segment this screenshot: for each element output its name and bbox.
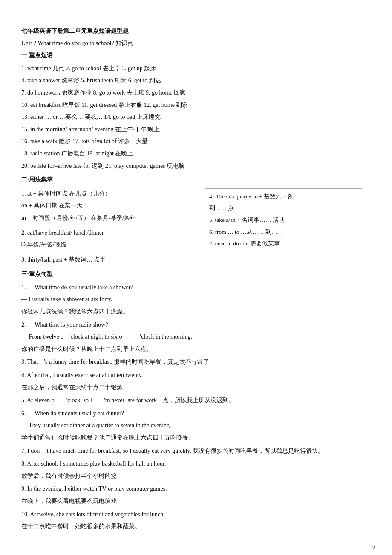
- sentence-9-num: 9.: [21, 486, 26, 492]
- vocab-item-3: 7. do homework 做家庭作业 8. go to work 去上班 9…: [21, 87, 371, 99]
- sentence-2-text1: — What time is your radio show?: [27, 322, 108, 328]
- sentence-10-cn: 在十二点吃中餐时，她吃很多的水果和蔬菜。: [21, 521, 371, 532]
- section3-header: 三·重点句型: [21, 269, 371, 280]
- sentence-8: 8. After school, I sometimes play basket…: [21, 458, 371, 482]
- sentence-1-num: 1.: [21, 284, 26, 290]
- sentence-8-text1: After school, I sometimes play basketbal…: [27, 460, 166, 467]
- sentence-7-text1: I don 't have much time for breakfast, s…: [27, 448, 324, 454]
- sentence-4-text1: After that, I usually exercise at about …: [27, 372, 143, 378]
- sentence-4: 4. After that, I usually exercise at abo…: [21, 370, 371, 393]
- section2-right: 4. fifteen/a quarter to + 基数到一刻 到…… 点 5.…: [205, 188, 362, 267]
- sentence-4-cn: 在那之后，我通常在大约十点二十锻炼: [21, 382, 371, 394]
- sentence-1-cn: 你经常几点洗澡？我经常六点四十洗澡。: [21, 306, 371, 318]
- section1-header: 一·重点短语: [21, 50, 371, 61]
- sentence-3-en1: 3. That 's a funny time for breakfast. 那…: [21, 357, 371, 368]
- sentence-10-num: 10.: [21, 511, 29, 518]
- usage-right-3: 5. take a/an + 名词事…… 活动: [209, 215, 357, 226]
- usage-left-4: 2. eat/have breakfast/ lunch/dinner: [21, 227, 200, 239]
- usage-right-4: 6. from … to …从…… 到……: [209, 227, 357, 238]
- sentence-9: 9. In the evening, I either watch TV or …: [21, 483, 371, 507]
- sentence-6-text1: — When do students usually eat dinner?: [27, 410, 124, 417]
- sentence-6-num: 6.: [21, 410, 26, 417]
- sentence-2-en1: 2. — What time is your radio show?: [21, 319, 371, 331]
- sentence-6-cn: 学生们通常什么时候吃晚餐？他们通常在晚上六点四十五吃晚餐。: [21, 432, 371, 444]
- sentence-10-en1: 10. At twelve, she eats lots of fruit an…: [21, 509, 371, 520]
- sentence-9-text1: In the evening, I either watch TV or pla…: [27, 486, 167, 492]
- usage-left-6: 3. thirty/half past + 基数词… 点半: [21, 254, 200, 266]
- sentence-1-text1: — What time do you usually take a shower…: [27, 284, 133, 290]
- vocab-item-8: 18. radio station 广播电台 19. at night 在晚上: [21, 148, 371, 160]
- section2-left: 1. at + 具体时间点 在几点（几分） on + 具体日期 在某一天 in …: [21, 188, 205, 267]
- usage-left-2: on + 具体日期 在某一天: [21, 200, 200, 212]
- sentence-2-cn: 你的广播是什么时候？从晚上十二点到早上六点。: [21, 344, 371, 355]
- sentence-10: 10. At twelve, she eats lots of fruit an…: [21, 509, 371, 532]
- usage-left-5: 吃早饭/午饭/晚饭: [21, 239, 200, 251]
- sentence-8-num: 8.: [21, 460, 26, 467]
- sentence-3-text1: That 's a funny time for breakfast. 那样的时…: [27, 359, 210, 365]
- sentence-5-en1: 5. At eleven o 'clock, so I 'm never lat…: [21, 395, 371, 406]
- sentence-2-en2: — From twelve o 'clock at night to six o…: [21, 331, 371, 343]
- sentence-7: 7. I don 't have much time for breakfast…: [21, 446, 371, 457]
- sentence-2-num: 2.: [21, 322, 26, 328]
- vocab-item-5: 13. either … or …要么… 要么… 14. go to bed 上…: [21, 112, 371, 123]
- sentence-8-cn: 放学后，我有时候会打半个小时的篮: [21, 471, 371, 482]
- sentence-5-text1: At eleven o 'clock, so I 'm never late f…: [27, 397, 234, 403]
- usage-left-1: 1. at + 具体时间点 在几点（几分）: [21, 188, 200, 200]
- page-container: 七年级英语下册第二单元重点短语题型题 Unit 2 What time do y…: [13, 0, 379, 555]
- sentence-9-cn: 在晚上，我要么看电视要么玩电脑戏: [21, 496, 371, 507]
- unit-title: Unit 2 What time do you go to school? 知识…: [21, 38, 371, 49]
- usage-right-1: 4. fifteen/a quarter to + 基数到一刻: [209, 191, 357, 202]
- page-number: 2: [372, 544, 375, 551]
- usage-right-2: 到…… 点: [209, 203, 357, 214]
- sentence-3-num: 3.: [21, 359, 26, 365]
- vocab-item-1: 1. what time 几点 2. go to school 去上学 3. g…: [21, 63, 371, 75]
- sentence-4-num: 4.: [21, 372, 26, 378]
- page-title: 七年级英语下册第二单元重点短语题型题: [21, 26, 371, 37]
- sentence-7-en1: 7. I don 't have much time for breakfast…: [21, 446, 371, 457]
- vocab-item-7: 16. take a walk 散步 17. lots of=a lot of …: [21, 136, 371, 147]
- usage-right-5: 7. need to do sth. 需要做某事: [209, 238, 357, 249]
- sentence-10-text1: At twelve, she eats lots of fruit and ve…: [30, 511, 164, 518]
- vocab-item-2: 4. take a shower 洗淋浴 5. brush teeth 刷牙 6…: [21, 75, 371, 86]
- vocab-item-9: 20. be late for=arrive late for 迟到 21. p…: [21, 161, 371, 172]
- section2-table: 1. at + 具体时间点 在几点（几分） on + 具体日期 在某一天 in …: [21, 188, 371, 267]
- sentence-7-num: 7.: [21, 448, 26, 454]
- sentence-4-en1: 4. After that, I usually exercise at abo…: [21, 370, 371, 381]
- sentence-1: 1. — What time do you usually take a sho…: [21, 282, 371, 318]
- vocab-item-4: 10. eat breakfast 吃早饭 11. get dressed 穿上…: [21, 100, 371, 111]
- sentence-6: 6. — When do students usually eat dinner…: [21, 408, 371, 444]
- usage-left-3: in + 时间段（月份/年/等） 在某月/某季/某年: [21, 213, 200, 224]
- sentence-8-en1: 8. After school, I sometimes play basket…: [21, 458, 371, 470]
- sentence-5-num: 5.: [21, 397, 26, 403]
- vocab-item-6: 15. in the morning/ afternoon/ evening 在…: [21, 124, 371, 135]
- sentence-9-en1: 9. In the evening, I either watch TV or …: [21, 483, 371, 495]
- sentence-2: 2. — What time is your radio show? — Fro…: [21, 319, 371, 355]
- section2-header: 二·用法集萃: [21, 174, 371, 186]
- sentence-3: 3. That 's a funny time for breakfast. 那…: [21, 357, 371, 368]
- sentence-1-en1: 1. — What time do you usually take a sho…: [21, 282, 371, 293]
- sentence-6-en2: — They usually eat dinner at a quarter t…: [21, 420, 371, 431]
- sentence-1-en2: — I usually take a shower at six forty.: [21, 294, 371, 305]
- sentence-5: 5. At eleven o 'clock, so I 'm never lat…: [21, 395, 371, 406]
- sentence-6-en1: 6. — When do students usually eat dinner…: [21, 408, 371, 420]
